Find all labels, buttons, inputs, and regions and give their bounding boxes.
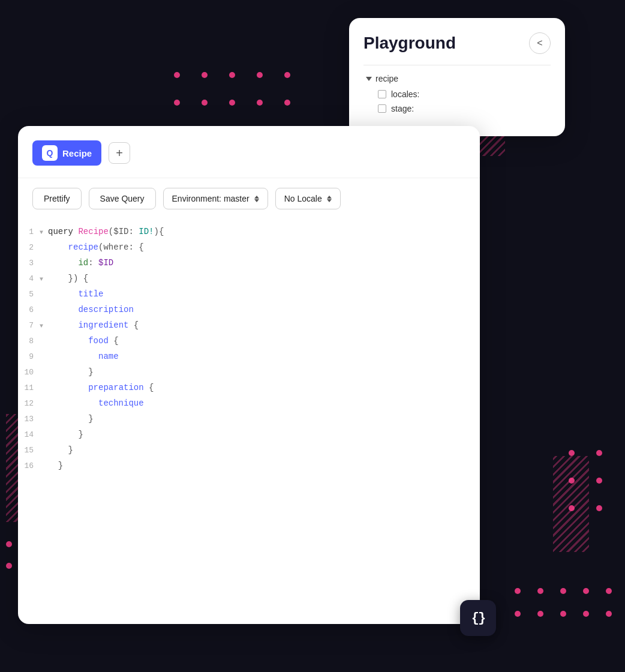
prettify-button[interactable]: Prettify	[32, 188, 82, 209]
locale-dropdown[interactable]: No Locale	[275, 188, 341, 209]
tab-recipe-label: Recipe	[62, 148, 92, 158]
save-query-button[interactable]: Save Query	[89, 188, 156, 209]
code-line-6: 6 description	[18, 303, 480, 319]
code-line-1: 1 ▼ query Recipe($ID: ID!){	[18, 225, 480, 241]
toolbar: Prettify Save Query Environment: master …	[18, 178, 480, 219]
dots-top-decoration	[174, 72, 301, 116]
tree-child-stage: stage:	[363, 104, 551, 113]
tree-parent-item: recipe	[363, 74, 551, 83]
json-float-button[interactable]: {}	[460, 600, 496, 636]
locale-chevron-icon	[327, 196, 332, 202]
playground-panel: Playground < recipe locales: stage:	[349, 18, 565, 136]
playground-divider	[363, 65, 551, 65]
code-line-4: 4 ▼ }) {	[18, 272, 480, 287]
code-line-12: 12 technique	[18, 397, 480, 412]
code-line-16: 16 }	[18, 459, 480, 475]
code-line-10: 10 }	[18, 365, 480, 381]
add-tab-button[interactable]: +	[109, 142, 130, 164]
tab-bar: Q Recipe +	[18, 140, 480, 178]
code-line-14: 14 }	[18, 428, 480, 443]
playground-close-button[interactable]: <	[529, 32, 551, 54]
code-line-13: 13 }	[18, 412, 480, 428]
code-line-5: 5 title	[18, 287, 480, 303]
code-line-8: 8 food {	[18, 334, 480, 350]
tab-query-icon: Q	[42, 145, 58, 161]
playground-title: Playground	[363, 34, 456, 53]
code-line-15: 15 }	[18, 443, 480, 459]
code-line-2: 2 recipe(where: {	[18, 241, 480, 256]
code-line-11: 11 preparation {	[18, 381, 480, 397]
stripes-bottom-decoration	[553, 456, 589, 552]
checkbox-locales[interactable]	[378, 90, 386, 98]
environment-dropdown[interactable]: Environment: master	[163, 188, 268, 209]
checkbox-stage[interactable]	[378, 104, 386, 113]
environment-chevron-icon	[254, 196, 259, 202]
code-line-9: 9 name	[18, 350, 480, 365]
collapse-icon	[366, 77, 372, 81]
tab-recipe[interactable]: Q Recipe	[32, 140, 101, 166]
tree-child-locales: locales:	[363, 89, 551, 99]
code-line-7: 7 ▼ ingredient {	[18, 319, 480, 334]
code-line-3: 3 id: $ID	[18, 256, 480, 272]
code-editor[interactable]: 1 ▼ query Recipe($ID: ID!){ 2 recipe(whe…	[18, 219, 480, 481]
dots-bottom-right-decoration	[515, 588, 619, 624]
editor-panel: Q Recipe + Prettify Save Query Environme…	[18, 126, 480, 624]
playground-header: Playground <	[363, 32, 551, 54]
